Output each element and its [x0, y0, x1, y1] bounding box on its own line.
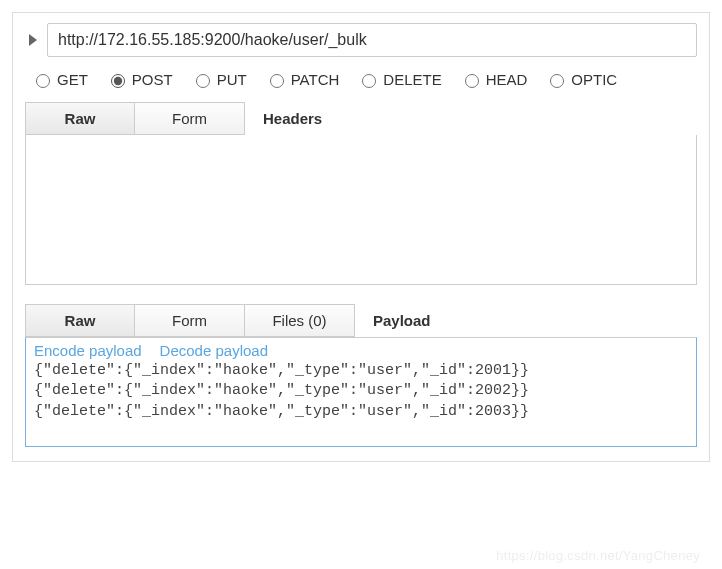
method-label: GET	[57, 71, 88, 88]
method-options[interactable]: OPTIC	[545, 71, 617, 88]
method-label: DELETE	[383, 71, 441, 88]
payload-links: Encode payload Decode payload	[26, 338, 696, 361]
headers-body[interactable]	[25, 135, 697, 285]
method-put[interactable]: PUT	[191, 71, 247, 88]
method-label: POST	[132, 71, 173, 88]
method-delete[interactable]: DELETE	[357, 71, 441, 88]
http-methods: GET POST PUT PATCH DELETE HEAD OPTIC	[25, 71, 697, 102]
payload-box: Encode payload Decode payload	[25, 337, 697, 447]
method-label: OPTIC	[571, 71, 617, 88]
method-patch[interactable]: PATCH	[265, 71, 340, 88]
payload-tab-form[interactable]: Form	[135, 304, 245, 337]
encode-payload-link[interactable]: Encode payload	[34, 342, 142, 359]
request-panel: GET POST PUT PATCH DELETE HEAD OPTIC Raw…	[12, 12, 710, 462]
method-get[interactable]: GET	[31, 71, 88, 88]
method-label: PUT	[217, 71, 247, 88]
payload-tab-raw[interactable]: Raw	[25, 304, 135, 337]
decode-payload-link[interactable]: Decode payload	[160, 342, 268, 359]
expand-icon[interactable]	[29, 34, 37, 46]
payload-tabs: Raw Form Files (0) Payload	[25, 304, 697, 337]
payload-title: Payload	[355, 312, 431, 329]
headers-title: Headers	[245, 110, 322, 127]
url-row	[25, 23, 697, 57]
headers-tab-raw[interactable]: Raw	[25, 102, 135, 135]
method-label: HEAD	[486, 71, 528, 88]
url-input[interactable]	[47, 23, 697, 57]
headers-tab-form[interactable]: Form	[135, 102, 245, 135]
method-head[interactable]: HEAD	[460, 71, 528, 88]
payload-tab-files[interactable]: Files (0)	[245, 304, 355, 337]
method-label: PATCH	[291, 71, 340, 88]
method-post[interactable]: POST	[106, 71, 173, 88]
payload-body[interactable]	[26, 361, 696, 441]
headers-tabs: Raw Form Headers	[25, 102, 697, 135]
